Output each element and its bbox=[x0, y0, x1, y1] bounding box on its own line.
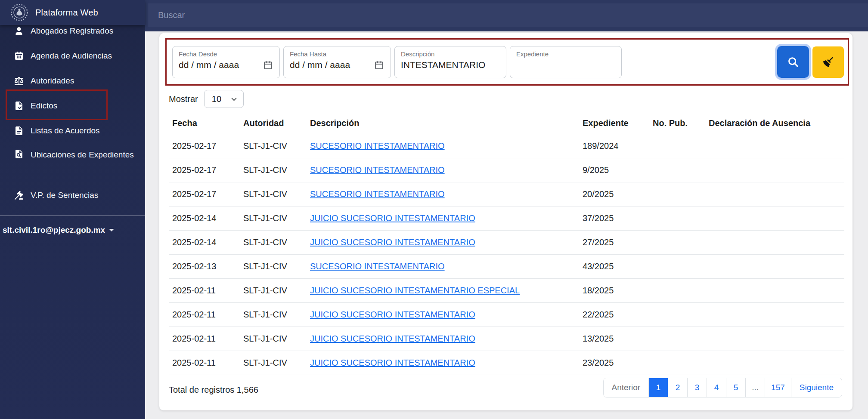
cell-fecha: 2025-02-11 bbox=[169, 310, 243, 320]
cell-fecha: 2025-02-13 bbox=[169, 262, 243, 271]
table-header-row: FechaAutoridadDescripciónExpedienteNo. P… bbox=[169, 113, 844, 134]
sidebar-item-label: Abogados Registrados bbox=[31, 26, 113, 36]
search-icon bbox=[787, 55, 800, 68]
document-check-icon bbox=[14, 101, 24, 111]
column-header: No. Pub. bbox=[653, 118, 709, 128]
fecha-hasta-value[interactable]: dd / mm / aaaa bbox=[290, 60, 350, 70]
pagination-page-2[interactable]: 2 bbox=[668, 378, 687, 397]
cell-fecha: 2025-02-11 bbox=[169, 334, 243, 344]
pagination-page-4[interactable]: 4 bbox=[707, 378, 726, 397]
user-email: slt.civil.1ro@pjecz.gob.mx bbox=[3, 225, 105, 235]
sidebar-item-listas-de-acuerdos[interactable]: Listas de Acuerdos bbox=[0, 118, 145, 143]
cell-expediente: 43/2025 bbox=[583, 262, 653, 271]
total-records: Total de registros 1,566 bbox=[169, 385, 258, 395]
sidebar-item-label: Autoridades bbox=[31, 76, 74, 86]
table-row: 2025-02-11SLT-J1-CIVJUICIO SUCESORIO INT… bbox=[169, 303, 844, 327]
pagination-next[interactable]: Siguiente bbox=[791, 378, 842, 397]
column-header: Declaración de Ausencia bbox=[709, 118, 844, 128]
cell-fecha: 2025-02-17 bbox=[169, 165, 243, 175]
table-row: 2025-02-11SLT-J1-CIVJUICIO SUCESORIO INT… bbox=[169, 279, 844, 303]
sidebar-item-label: Agenda de Audiencias bbox=[31, 51, 112, 61]
search-button[interactable] bbox=[777, 46, 809, 78]
calendar-picker-icon[interactable] bbox=[374, 60, 384, 71]
cell-expediente: 20/2025 bbox=[583, 189, 653, 199]
search-input[interactable] bbox=[148, 3, 868, 27]
cell-fecha: 2025-02-11 bbox=[169, 358, 243, 368]
document-icon bbox=[14, 126, 24, 136]
pagination-prev[interactable]: Anterior bbox=[604, 378, 649, 397]
cell-expediente: 189/2024 bbox=[583, 141, 653, 151]
cell-descripcion: JUICIO SUCESORIO INTESTAMENTARIO bbox=[310, 213, 583, 223]
column-header: Descripción bbox=[310, 118, 583, 128]
descripcion-value[interactable]: INTESTAMENTARIO bbox=[401, 60, 485, 70]
cell-autoridad: SLT-J1-CIV bbox=[243, 213, 310, 223]
pagination-ellipsis: ... bbox=[745, 378, 765, 397]
descripcion-link[interactable]: JUICIO SUCESORIO INTESTAMENTARIO bbox=[310, 358, 475, 367]
cell-autoridad: SLT-J1-CIV bbox=[243, 358, 310, 368]
clear-filters-button[interactable] bbox=[812, 46, 844, 78]
cell-expediente: 9/2025 bbox=[583, 165, 653, 175]
edictos-table: FechaAutoridadDescripciónExpedienteNo. P… bbox=[169, 113, 844, 375]
sidebar-item-agenda-de-audiencias[interactable]: Agenda de Audiencias bbox=[0, 43, 145, 68]
broom-icon bbox=[822, 55, 835, 68]
descripcion-link[interactable]: SUCESORIO INTESTAMENTARIO bbox=[310, 262, 445, 271]
table-row: 2025-02-17SLT-J1-CIVSUCESORIO INTESTAMEN… bbox=[169, 158, 844, 182]
expediente-field[interactable]: Expediente bbox=[510, 46, 622, 78]
sidebar-item-vp-de-sentencias[interactable]: V.P. de Sentencias bbox=[0, 183, 145, 208]
descripcion-field[interactable]: Descripción INTESTAMENTARIO bbox=[394, 46, 506, 78]
descripcion-link[interactable]: SUCESORIO INTESTAMENTARIO bbox=[310, 141, 445, 151]
main-card: Fecha Desde dd / mm / aaaa Fecha Hasta d… bbox=[159, 33, 852, 410]
sidebar-divider bbox=[0, 216, 145, 216]
user-icon bbox=[14, 26, 24, 36]
filters-annotation-box: Fecha Desde dd / mm / aaaa Fecha Hasta d… bbox=[165, 38, 849, 86]
cell-autoridad: SLT-J1-CIV bbox=[243, 334, 310, 344]
sidebar-item-ubicaciones-de-expedientes[interactable]: Ubicaciones de Expedientes bbox=[0, 143, 145, 183]
page-size-value: 10 bbox=[212, 94, 221, 104]
pagination-page-5[interactable]: 5 bbox=[726, 378, 745, 397]
pjecz-logo-icon bbox=[10, 3, 28, 22]
descripcion-link[interactable]: SUCESORIO INTESTAMENTARIO bbox=[310, 189, 445, 199]
scales-icon bbox=[14, 76, 24, 86]
sidebar-header: Plataforma Web bbox=[0, 0, 145, 25]
cell-fecha: 2025-02-14 bbox=[169, 213, 243, 223]
calendar-picker-icon[interactable] bbox=[263, 60, 273, 71]
user-menu[interactable]: slt.civil.1ro@pjecz.gob.mx bbox=[3, 225, 143, 235]
fecha-hasta-field[interactable]: Fecha Hasta dd / mm / aaaa bbox=[283, 46, 391, 78]
sidebar-item-label: V.P. de Sentencias bbox=[31, 191, 98, 200]
descripcion-link[interactable]: JUICIO SUCESORIO INTESTAMENTARIO ESPECIA… bbox=[310, 286, 520, 295]
cell-autoridad: SLT-J1-CIV bbox=[243, 165, 310, 175]
app-title: Plataforma Web bbox=[35, 8, 98, 18]
descripcion-link[interactable]: JUICIO SUCESORIO INTESTAMENTARIO bbox=[310, 213, 475, 223]
pagination-page-1[interactable]: 1 bbox=[648, 378, 668, 397]
cell-expediente: 27/2025 bbox=[583, 237, 653, 247]
cell-fecha: 2025-02-17 bbox=[169, 189, 243, 199]
page-size-select[interactable]: 10 bbox=[204, 90, 244, 108]
cell-expediente: 22/2025 bbox=[583, 310, 653, 320]
calendar-icon bbox=[14, 51, 24, 61]
cell-descripcion: JUICIO SUCESORIO INTESTAMENTARIO bbox=[310, 334, 583, 344]
pagination-page-157[interactable]: 157 bbox=[765, 378, 791, 397]
descripcion-link[interactable]: SUCESORIO INTESTAMENTARIO bbox=[310, 165, 445, 175]
cell-descripcion: SUCESORIO INTESTAMENTARIO bbox=[310, 262, 583, 271]
cell-fecha: 2025-02-14 bbox=[169, 237, 243, 247]
chevron-down-icon bbox=[109, 229, 114, 234]
cell-descripcion: SUCESORIO INTESTAMENTARIO bbox=[310, 141, 583, 151]
cell-autoridad: SLT-J1-CIV bbox=[243, 286, 310, 296]
fecha-desde-value[interactable]: dd / mm / aaaa bbox=[179, 60, 239, 70]
sidebar: Abogados Registrados Agenda de Audiencia… bbox=[0, 0, 145, 419]
sidebar-menu: Abogados Registrados Agenda de Audiencia… bbox=[0, 18, 145, 208]
cell-expediente: 13/2025 bbox=[583, 334, 653, 344]
pagination-page-3[interactable]: 3 bbox=[687, 378, 707, 397]
fecha-desde-field[interactable]: Fecha Desde dd / mm / aaaa bbox=[172, 46, 280, 78]
sidebar-item-autoridades[interactable]: Edictos Autoridades bbox=[0, 68, 145, 93]
descripcion-link[interactable]: JUICIO SUCESORIO INTESTAMENTARIO bbox=[310, 310, 475, 319]
descripcion-link[interactable]: JUICIO SUCESORIO INTESTAMENTARIO bbox=[310, 237, 475, 247]
expediente-label: Expediente bbox=[516, 50, 615, 58]
fecha-desde-label: Fecha Desde bbox=[179, 50, 273, 58]
cell-descripcion: SUCESORIO INTESTAMENTARIO bbox=[310, 189, 583, 199]
column-header: Expediente bbox=[583, 118, 653, 128]
descripcion-link[interactable]: JUICIO SUCESORIO INTESTAMENTARIO bbox=[310, 334, 475, 343]
sidebar-item-edictos[interactable]: Edictos bbox=[0, 93, 145, 118]
fecha-hasta-label: Fecha Hasta bbox=[290, 50, 384, 58]
cell-autoridad: SLT-J1-CIV bbox=[243, 310, 310, 320]
